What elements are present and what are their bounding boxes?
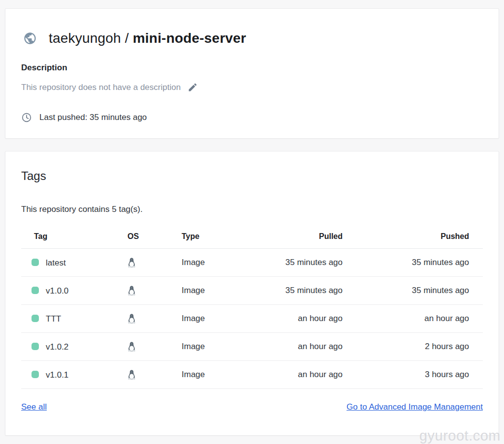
repo-name: mini-node-server (133, 30, 246, 46)
tag-pushed: 35 minutes ago (363, 277, 483, 305)
tags-table-body: latest Image 35 minutes ago 35 minutes a… (21, 249, 483, 389)
tag-type: Image (169, 361, 233, 389)
tags-count-summary: This repository contains 5 tag(s). (21, 205, 483, 214)
table-row[interactable]: TTT Image an hour ago an hour ago (21, 305, 483, 333)
linux-tux-icon (127, 286, 169, 296)
description-row: This repository does not have a descript… (21, 82, 483, 92)
column-header-pulled: Pulled (233, 225, 363, 249)
tag-type: Image (169, 305, 233, 333)
tag-name: v1.0.1 (46, 370, 68, 379)
tag-name: latest (46, 258, 66, 267)
title-separator: / (121, 30, 133, 46)
tag-pulled: an hour ago (233, 333, 363, 361)
tag-pulled: 35 minutes ago (233, 277, 363, 305)
tag-name: v1.0.0 (46, 286, 68, 295)
last-pushed-row: Last pushed: 35 minutes ago (21, 112, 483, 123)
page-title: taekyungoh / mini-node-server (49, 30, 246, 46)
table-row[interactable]: v1.0.1 Image an hour ago 3 hours ago (21, 361, 483, 389)
tag-pushed: 2 hours ago (363, 333, 483, 361)
table-row[interactable]: latest Image 35 minutes ago 35 minutes a… (21, 249, 483, 277)
tag-status-dot (32, 343, 39, 350)
clock-icon (21, 112, 32, 123)
advanced-image-management-link[interactable]: Go to Advanced Image Management (346, 402, 483, 412)
tag-name: TTT (46, 314, 61, 323)
tags-table: Tag OS Type Pulled Pushed latest (21, 225, 483, 389)
tag-name: v1.0.2 (46, 342, 68, 351)
column-header-pushed: Pushed (363, 225, 483, 249)
tag-pushed: 3 hours ago (363, 361, 483, 389)
linux-tux-icon (127, 370, 169, 380)
last-pushed-text: Last pushed: 35 minutes ago (39, 113, 147, 122)
tag-pushed: an hour ago (363, 305, 483, 333)
tag-type: Image (169, 333, 233, 361)
see-all-link[interactable]: See all (21, 402, 47, 412)
column-header-type: Type (169, 225, 233, 249)
tag-status-dot (32, 259, 39, 266)
tags-section-title: Tags (21, 151, 483, 183)
repo-title-row: taekyungoh / mini-node-server (23, 9, 483, 46)
tag-pushed: 35 minutes ago (363, 249, 483, 277)
edit-pencil-icon[interactable] (188, 82, 198, 92)
tag-status-dot (32, 371, 39, 378)
description-placeholder-text: This repository does not have a descript… (21, 83, 181, 92)
linux-tux-icon (127, 258, 169, 267)
tag-pulled: an hour ago (233, 361, 363, 389)
repo-header-card: taekyungoh / mini-node-server Descriptio… (5, 8, 499, 139)
column-header-os: OS (115, 225, 169, 249)
table-row[interactable]: v1.0.2 Image an hour ago 2 hours ago (21, 333, 483, 361)
table-footer-links: See all Go to Advanced Image Management (21, 389, 483, 412)
description-heading: Description (21, 63, 483, 73)
column-header-tag: Tag (21, 225, 115, 249)
tags-card: Tags This repository contains 5 tag(s). … (5, 151, 499, 436)
tag-pulled: 35 minutes ago (233, 249, 363, 277)
linux-tux-icon (127, 314, 169, 324)
tag-pulled: an hour ago (233, 305, 363, 333)
table-header-row: Tag OS Type Pulled Pushed (21, 225, 483, 249)
table-row[interactable]: v1.0.0 Image 35 minutes ago 35 minutes a… (21, 277, 483, 305)
linux-tux-icon (127, 342, 169, 352)
repo-namespace: taekyungoh (49, 30, 121, 46)
tag-type: Image (169, 249, 233, 277)
public-globe-icon (23, 31, 37, 45)
tag-status-dot (32, 315, 39, 322)
tag-type: Image (169, 277, 233, 305)
tag-status-dot (32, 287, 39, 294)
